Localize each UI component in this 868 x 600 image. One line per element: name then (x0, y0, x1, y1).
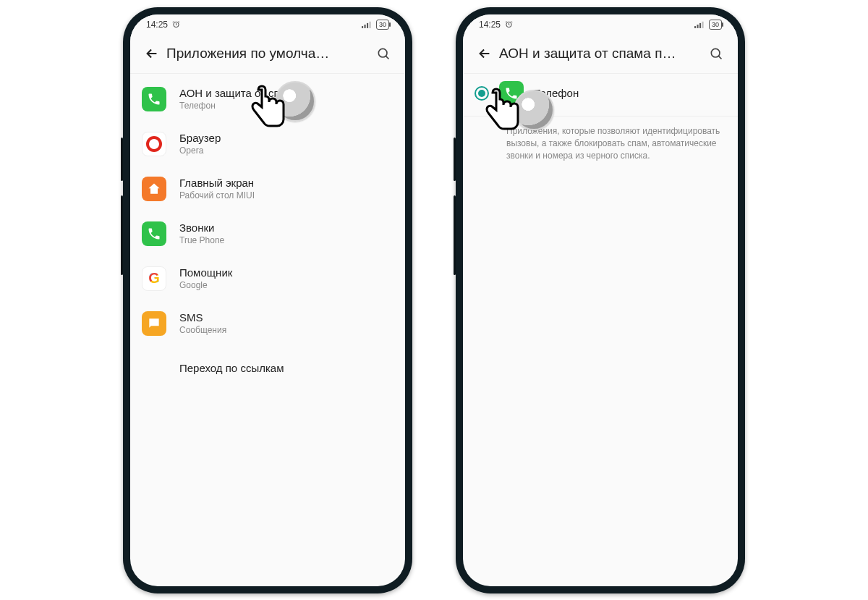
svg-point-11 (711, 48, 720, 57)
status-time: 14:25 (479, 20, 501, 30)
list-item-sms[interactable]: SMS Сообщения (130, 301, 405, 346)
signal-icon (694, 21, 705, 28)
alarm-icon (172, 20, 180, 28)
section-description: Приложения, которые позволяют идентифици… (463, 117, 738, 163)
opera-app-icon (142, 132, 166, 156)
svg-rect-4 (369, 21, 370, 28)
screen-2: 14:25 30 АОН и защита от спама п… Телефо… (463, 14, 738, 586)
svg-rect-2 (364, 25, 365, 28)
svg-rect-1 (362, 26, 363, 28)
list-item-sub: Google (179, 280, 393, 290)
list-item-label: Переход по ссылкам (179, 362, 393, 374)
phone-frame-2: 14:25 30 АОН и защита от спама п… Телефо… (456, 7, 745, 593)
list-item-sub: Сообщения (179, 325, 393, 335)
signal-icon (362, 21, 372, 28)
list-item-label: АОН и защита от спама (179, 87, 393, 99)
list-item-sub: Opera (179, 145, 393, 156)
search-button[interactable] (702, 39, 731, 68)
home-app-icon (142, 177, 166, 201)
search-icon (376, 46, 391, 61)
truephone-app-icon (142, 221, 166, 246)
radio-option-phone[interactable]: Телефон (463, 74, 738, 117)
svg-rect-8 (697, 25, 698, 28)
battery-indicator: 30 (376, 20, 389, 30)
google-app-icon: G (142, 266, 166, 291)
status-bar: 14:25 30 (463, 14, 738, 35)
list-item-caller-id[interactable]: АОН и защита от спама Телефон (130, 77, 405, 122)
radio-selected-icon (475, 86, 489, 101)
arrow-left-icon (144, 46, 160, 62)
search-button[interactable] (369, 39, 398, 68)
phone-app-icon (142, 87, 166, 111)
svg-point-5 (378, 48, 387, 57)
search-icon (709, 46, 723, 61)
svg-rect-10 (702, 21, 703, 28)
status-time: 14:25 (146, 20, 168, 30)
svg-rect-7 (694, 26, 696, 28)
list-item-label: Главный экран (179, 177, 393, 189)
app-bar: АОН и защита от спама п… (463, 35, 738, 74)
back-button[interactable] (137, 39, 166, 68)
list-item-assistant[interactable]: G Помощник Google (130, 256, 405, 301)
phone-frame-1: 14:25 30 Приложения по умолча… (123, 7, 412, 593)
screen-1: 14:25 30 Приложения по умолча… (130, 14, 405, 586)
list-item-browser[interactable]: Браузер Opera (130, 122, 405, 166)
list-item-opening-links[interactable]: Переход по ссылкам (130, 346, 405, 391)
list-item-home[interactable]: Главный экран Рабочий стол MIUI (130, 166, 405, 211)
list-item-label: Браузер (179, 132, 393, 144)
page-title: Приложения по умолча… (166, 46, 369, 62)
list-item-label: SMS (179, 311, 393, 324)
list-item-sub: Телефон (179, 101, 393, 111)
battery-indicator: 30 (709, 20, 722, 30)
sms-app-icon (142, 311, 166, 336)
list-item-label: Звонки (179, 221, 393, 234)
svg-rect-3 (367, 22, 368, 28)
list-item-calls[interactable]: Звонки True Phone (130, 211, 405, 256)
list-item-sub: True Phone (179, 235, 393, 245)
phone-app-icon (499, 81, 524, 106)
alarm-icon (505, 20, 513, 28)
radio-option-label: Телефон (534, 87, 579, 99)
app-bar: Приложения по умолча… (130, 35, 405, 74)
arrow-left-icon (477, 46, 493, 62)
svg-rect-9 (699, 22, 701, 28)
status-bar: 14:25 30 (130, 14, 405, 35)
list-item-label: Помощник (179, 266, 393, 279)
list-item-sub: Рабочий стол MIUI (179, 190, 393, 200)
page-title: АОН и защита от спама п… (499, 46, 702, 62)
back-button[interactable] (470, 39, 499, 68)
default-apps-list: АОН и защита от спама Телефон Браузер Op… (130, 74, 405, 391)
